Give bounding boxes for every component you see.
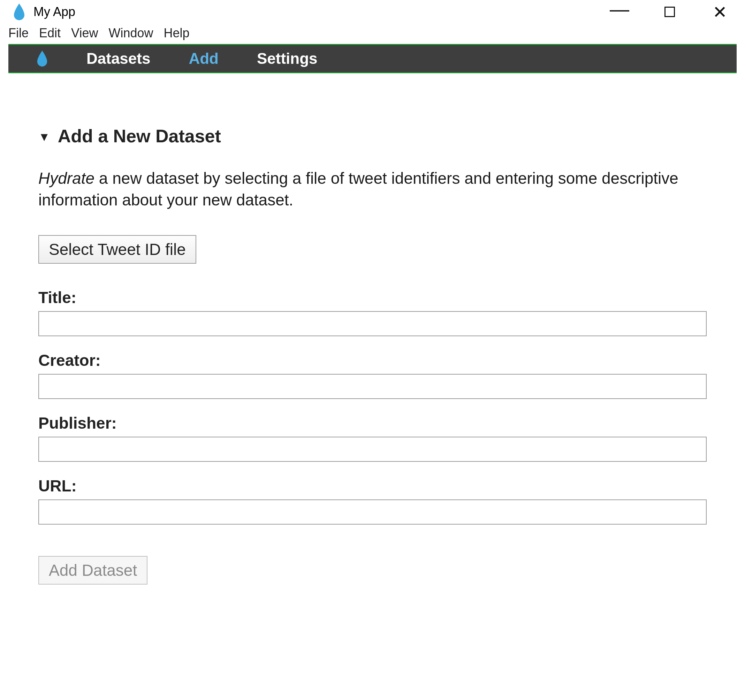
- nav-add[interactable]: Add: [188, 50, 218, 67]
- app-nav: Datasets Add Settings: [8, 44, 737, 73]
- select-file-button[interactable]: Select Tweet ID file: [38, 235, 196, 264]
- publisher-input[interactable]: [38, 437, 707, 462]
- window-controls: —: [613, 6, 737, 18]
- section-header[interactable]: ▼ Add a New Dataset: [38, 126, 707, 147]
- nav-settings[interactable]: Settings: [257, 50, 317, 67]
- menubar: File Edit View Window Help: [0, 24, 745, 44]
- description-lead: Hydrate: [38, 169, 94, 187]
- titlebar: My App —: [0, 0, 745, 24]
- field-creator: Creator:: [38, 351, 707, 399]
- close-icon[interactable]: [714, 6, 726, 18]
- description-rest: a new dataset by selecting a file of twe…: [38, 169, 678, 209]
- titlebar-left: My App: [12, 3, 75, 20]
- droplet-icon: [36, 50, 48, 67]
- app-title: My App: [33, 4, 75, 19]
- menu-view[interactable]: View: [71, 26, 98, 40]
- content: ▼ Add a New Dataset Hydrate a new datase…: [0, 73, 745, 606]
- menu-edit[interactable]: Edit: [39, 26, 61, 40]
- url-label: URL:: [38, 477, 707, 495]
- menu-help[interactable]: Help: [164, 26, 190, 40]
- submit-row: Add Dataset: [38, 556, 707, 585]
- nav-datasets[interactable]: Datasets: [87, 50, 150, 67]
- url-input[interactable]: [38, 499, 707, 525]
- publisher-label: Publisher:: [38, 414, 707, 433]
- title-input[interactable]: [38, 311, 707, 336]
- menu-file[interactable]: File: [8, 26, 28, 40]
- add-dataset-button[interactable]: Add Dataset: [38, 556, 148, 585]
- field-title: Title:: [38, 288, 707, 336]
- section-description: Hydrate a new dataset by selecting a fil…: [38, 168, 690, 211]
- droplet-icon: [12, 3, 26, 20]
- field-url: URL:: [38, 477, 707, 525]
- maximize-icon[interactable]: [663, 6, 676, 18]
- field-publisher: Publisher:: [38, 414, 707, 462]
- minimize-icon[interactable]: —: [613, 3, 626, 15]
- title-label: Title:: [38, 288, 707, 307]
- triangle-down-icon: ▼: [38, 130, 50, 144]
- creator-input[interactable]: [38, 374, 707, 399]
- creator-label: Creator:: [38, 351, 707, 370]
- menu-window[interactable]: Window: [108, 26, 153, 40]
- section-title: Add a New Dataset: [58, 126, 221, 147]
